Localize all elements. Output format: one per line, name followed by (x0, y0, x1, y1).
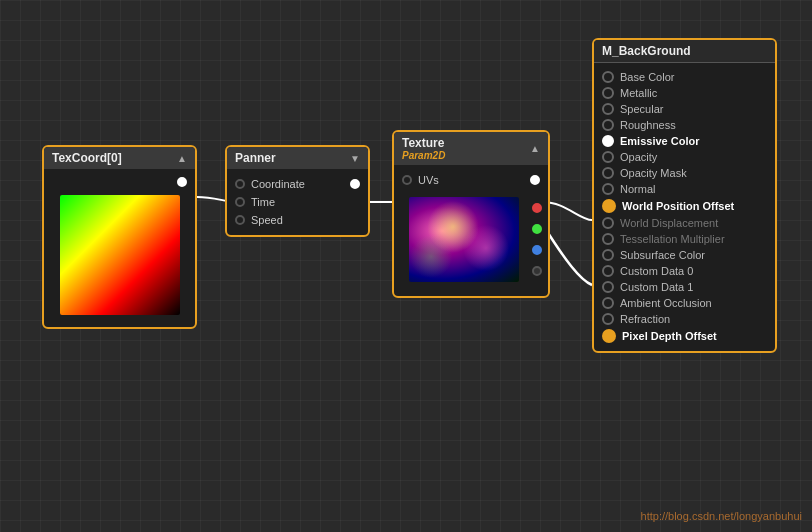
roughness-label: Roughness (620, 119, 676, 131)
normal-label: Normal (620, 183, 655, 195)
ao-label: Ambient Occlusion (620, 297, 712, 309)
panner-header[interactable]: Panner ▼ (227, 147, 368, 169)
material-pin-ao: Ambient Occlusion (594, 295, 775, 311)
custom0-pin[interactable] (602, 265, 614, 277)
texture-preview-area (394, 189, 548, 290)
panner-pin-speed: Speed (227, 211, 368, 229)
panner-arrow: ▼ (350, 153, 360, 164)
panner-coordinate-label: Coordinate (251, 178, 305, 190)
texcoord-body (44, 169, 195, 327)
tess-pin[interactable] (602, 233, 614, 245)
opacity-label: Opacity (620, 151, 657, 163)
texture-g-output[interactable] (532, 224, 542, 234)
texture-uvs-row: UVs (394, 171, 548, 189)
material-pin-custom1: Custom Data 1 (594, 279, 775, 295)
custom1-pin[interactable] (602, 281, 614, 293)
custom1-label: Custom Data 1 (620, 281, 693, 293)
opacity-mask-label: Opacity Mask (620, 167, 687, 179)
specular-pin[interactable] (602, 103, 614, 115)
subsurface-pin[interactable] (602, 249, 614, 261)
texcoord-title: TexCoord[0] (52, 151, 122, 165)
material-pin-pdo: Pixel Depth Offset (594, 327, 775, 345)
subsurface-label: Subsurface Color (620, 249, 705, 261)
metallic-pin[interactable] (602, 87, 614, 99)
base-color-pin[interactable] (602, 71, 614, 83)
metallic-label: Metallic (620, 87, 657, 99)
panner-pin-coordinate: Coordinate (227, 175, 368, 193)
material-pin-metallic: Metallic (594, 85, 775, 101)
texture-preview (409, 197, 519, 282)
texture-uvs-output[interactable] (530, 175, 540, 185)
texture-body: UVs (394, 165, 548, 296)
texture-header[interactable]: Texture Param2D ▲ (394, 132, 548, 165)
material-pin-custom0: Custom Data 0 (594, 263, 775, 279)
pdo-label: Pixel Depth Offset (622, 330, 717, 342)
material-title: M_BackGround (602, 44, 691, 58)
normal-pin[interactable] (602, 183, 614, 195)
material-pin-roughness: Roughness (594, 117, 775, 133)
refraction-label: Refraction (620, 313, 670, 325)
panner-coordinate-output[interactable] (350, 179, 360, 189)
texcoord-node: TexCoord[0] ▲ (42, 145, 197, 329)
texture-node: Texture Param2D ▲ UVs (392, 130, 550, 298)
material-pin-tess: Tessellation Multiplier (594, 231, 775, 247)
material-body: Base Color Metallic Specular Roughness E… (594, 63, 775, 351)
material-node: M_BackGround Base Color Metallic Specula… (592, 38, 777, 353)
texture-rgb-output[interactable] (532, 203, 542, 213)
base-color-label: Base Color (620, 71, 674, 83)
material-pin-opacity-mask: Opacity Mask (594, 165, 775, 181)
wd-label: World Displacement (620, 217, 718, 229)
texture-arrow: ▲ (530, 143, 540, 154)
custom0-label: Custom Data 0 (620, 265, 693, 277)
material-pin-subsurface: Subsurface Color (594, 247, 775, 263)
material-pin-wpo: World Position Offset (594, 197, 775, 215)
material-pin-opacity: Opacity (594, 149, 775, 165)
texcoord-arrow: ▲ (177, 153, 187, 164)
panner-speed-input[interactable] (235, 215, 245, 225)
wd-pin[interactable] (602, 217, 614, 229)
panner-title: Panner (235, 151, 276, 165)
wpo-label: World Position Offset (622, 200, 734, 212)
emissive-pin[interactable] (602, 135, 614, 147)
roughness-pin[interactable] (602, 119, 614, 131)
opacity-pin[interactable] (602, 151, 614, 163)
refraction-pin[interactable] (602, 313, 614, 325)
panner-speed-label: Speed (251, 214, 283, 226)
tess-label: Tessellation Multiplier (620, 233, 725, 245)
texcoord-output-pin[interactable] (177, 177, 187, 187)
texture-uvs-input[interactable] (402, 175, 412, 185)
panner-time-label: Time (251, 196, 275, 208)
opacity-mask-pin[interactable] (602, 167, 614, 179)
emissive-label: Emissive Color (620, 135, 699, 147)
panner-coordinate-input[interactable] (235, 179, 245, 189)
panner-body: Coordinate Time Speed (227, 169, 368, 235)
material-pin-normal: Normal (594, 181, 775, 197)
panner-time-input[interactable] (235, 197, 245, 207)
watermark: http://blog.csdn.net/longyanbuhui (641, 510, 802, 522)
texture-uvs-label: UVs (418, 174, 439, 186)
texcoord-header[interactable]: TexCoord[0] ▲ (44, 147, 195, 169)
panner-pin-time: Time (227, 193, 368, 211)
texture-title: Texture (402, 136, 445, 150)
material-pin-refraction: Refraction (594, 311, 775, 327)
material-pin-wd: World Displacement (594, 215, 775, 231)
texcoord-preview (60, 195, 180, 315)
material-pin-specular: Specular (594, 101, 775, 117)
pdo-pin[interactable] (602, 329, 616, 343)
material-pin-emissive: Emissive Color (594, 133, 775, 149)
texture-subtitle: Param2D (402, 150, 445, 161)
texture-b-output[interactable] (532, 245, 542, 255)
wpo-pin[interactable] (602, 199, 616, 213)
texture-a-output[interactable] (532, 266, 542, 276)
specular-label: Specular (620, 103, 663, 115)
material-header[interactable]: M_BackGround (594, 40, 775, 63)
panner-node: Panner ▼ Coordinate Time Speed (225, 145, 370, 237)
ao-pin[interactable] (602, 297, 614, 309)
material-pin-base-color: Base Color (594, 69, 775, 85)
